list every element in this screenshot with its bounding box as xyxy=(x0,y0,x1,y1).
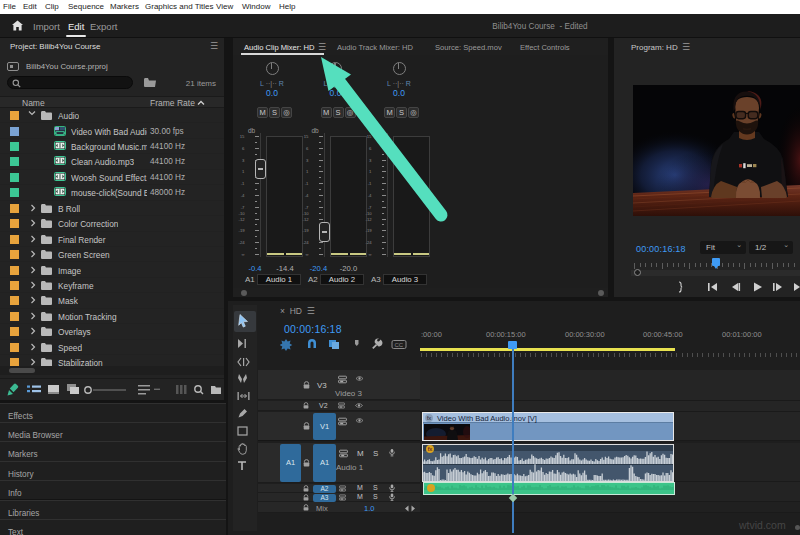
svg-text:CC: CC xyxy=(395,342,404,348)
